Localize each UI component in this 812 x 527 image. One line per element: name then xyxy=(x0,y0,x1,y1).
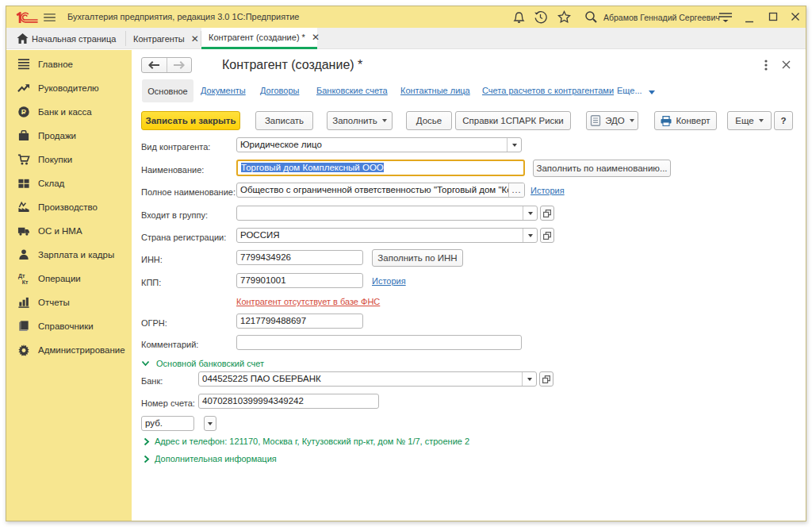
svg-text:Кт: Кт xyxy=(22,279,29,285)
svg-text:P: P xyxy=(21,107,26,116)
